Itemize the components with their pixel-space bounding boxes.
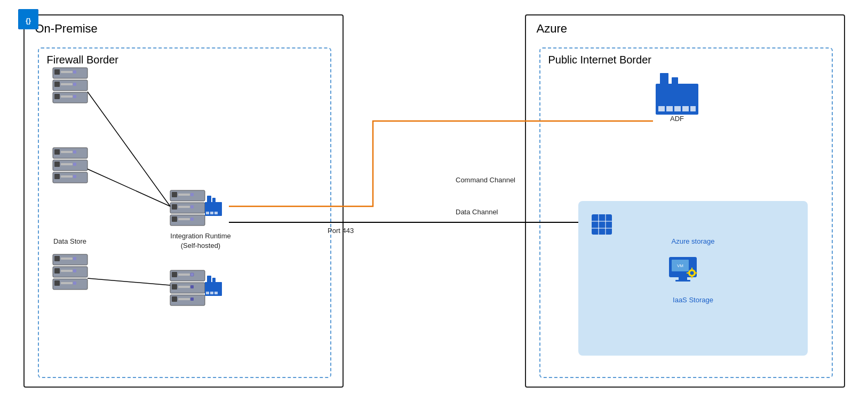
on-premise-box: On-Premise Firewall Border xyxy=(23,14,344,388)
diagram-container: On-Premise Firewall Border Azure Public … xyxy=(18,9,850,393)
azure-box: Azure Public Internet Border xyxy=(525,14,845,388)
public-internet-title: Public Internet Border xyxy=(540,49,832,66)
public-internet-box: Public Internet Border xyxy=(539,47,833,378)
firewall-title: Firewall Border xyxy=(39,49,330,66)
firewall-border-box: Firewall Border xyxy=(38,47,331,378)
svg-text:Data Channel: Data Channel xyxy=(456,208,498,216)
azure-title: Azure xyxy=(526,15,844,36)
svg-text:Command Channel: Command Channel xyxy=(456,176,515,184)
on-premise-title: On-Premise xyxy=(25,15,343,36)
